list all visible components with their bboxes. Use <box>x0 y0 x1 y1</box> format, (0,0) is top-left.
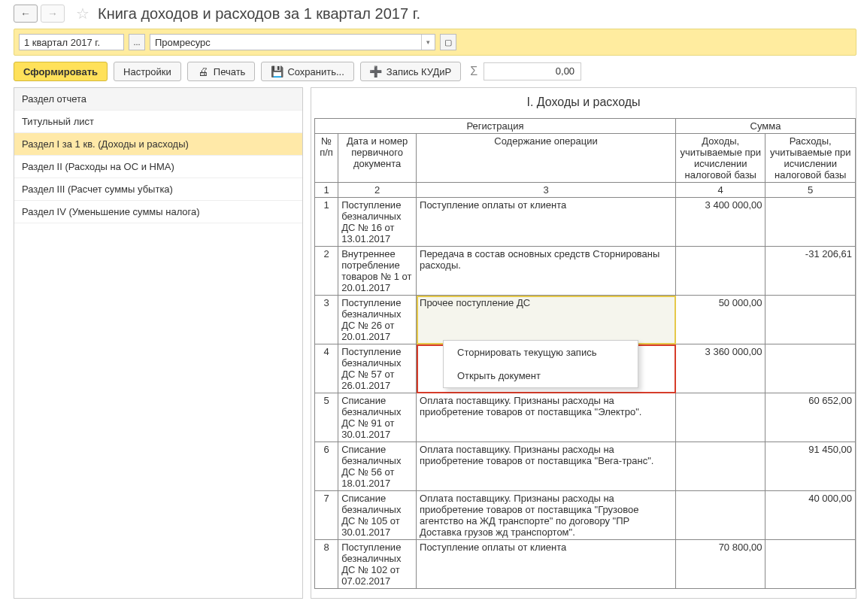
table-row[interactable]: 7Списание безналичных ДС № 105 от 30.01.… <box>315 491 856 540</box>
sum-value: 0,00 <box>556 65 574 77</box>
sidebar-item[interactable]: Титульный лист <box>14 111 302 133</box>
table-cell[interactable]: 8 <box>315 540 338 589</box>
arrow-left-icon: ← <box>20 8 31 20</box>
table-cell[interactable]: Списание безналичных ДС № 91 от 30.01.20… <box>338 393 417 442</box>
th-op: Содержание операции <box>417 134 676 183</box>
form-button[interactable]: Сформировать <box>14 62 108 81</box>
table-cell[interactable] <box>765 296 856 344</box>
table-cell[interactable]: 3 <box>315 296 338 344</box>
sum-display: 0,00 <box>484 62 581 80</box>
floppy-icon: 💾 <box>271 65 283 77</box>
open-external-icon: ▢ <box>444 38 452 47</box>
settings-button[interactable]: Настройки <box>114 62 181 81</box>
filter-bar: 1 квартал 2017 г. ... Промресурс ▾ ▢ <box>14 29 856 56</box>
sidebar-item[interactable]: Раздел III (Расчет суммы убытка) <box>14 178 302 201</box>
th-registration: Регистрация <box>315 119 676 134</box>
table-cell[interactable]: 4 <box>315 344 338 393</box>
table-cell[interactable]: Поступление оплаты от клиента <box>417 540 676 589</box>
sidebar-item[interactable]: Раздел II (Расходы на ОС и НМА) <box>14 156 302 178</box>
table-cell[interactable]: 91 450,00 <box>765 442 856 491</box>
table-cell[interactable]: 3 360 000,00 <box>676 344 765 393</box>
table-cell[interactable]: Поступление безналичных ДС № 102 от 07.0… <box>338 540 417 589</box>
table-cell[interactable]: Поступление оплаты от клиента <box>417 198 676 247</box>
context-menu: Сторнировать текущую записьОткрыть докум… <box>443 340 638 388</box>
table-cell[interactable] <box>765 198 856 247</box>
table-row[interactable]: 8Поступление безналичных ДС № 102 от 07.… <box>315 540 856 589</box>
table-cell[interactable]: 3 400 000,00 <box>676 198 765 247</box>
save-button[interactable]: 💾Сохранить... <box>261 62 353 81</box>
organization-value: Промресурс <box>155 37 211 48</box>
period-input[interactable]: 1 квартал 2017 г. <box>19 34 124 50</box>
sidebar: Раздел отчета Титульный листРаздел I за … <box>14 87 303 599</box>
report-content: I. Доходы и расходы Регистрация Сумма № … <box>311 87 856 599</box>
table-cell[interactable]: Поступление безналичных ДС № 26 от 20.01… <box>338 296 417 344</box>
kudir-entry-button[interactable]: ➕Запись КУДиР <box>360 62 461 81</box>
table-cell[interactable]: -31 206,61 <box>765 247 856 296</box>
table-cell[interactable]: 1 <box>315 198 338 247</box>
table-cell[interactable]: Передача в состав основных средств Сторн… <box>417 247 676 296</box>
context-menu-item[interactable]: Открыть документ <box>444 364 638 387</box>
table-cell[interactable] <box>676 247 765 296</box>
table-cell[interactable]: 70 800,00 <box>676 540 765 589</box>
sidebar-header: Раздел отчета <box>14 88 302 111</box>
table-cell[interactable] <box>676 442 765 491</box>
table-cell[interactable]: Списание безналичных ДС № 105 от 30.01.2… <box>338 491 417 540</box>
table-cell[interactable]: Списание безналичных ДС № 56 от 18.01.20… <box>338 442 417 491</box>
printer-icon: 🖨 <box>197 65 209 77</box>
favorite-star-icon[interactable]: ☆ <box>74 5 92 23</box>
table-cell[interactable]: Оплата поставщику. Признаны расходы на п… <box>417 491 676 540</box>
table-cell[interactable]: 2 <box>315 247 338 296</box>
th-colnum-3: 3 <box>417 183 676 198</box>
table-cell[interactable]: Прочее поступление ДС <box>417 296 676 344</box>
table-cell[interactable]: Внутреннее потребление товаров № 1 от 20… <box>338 247 417 296</box>
table-cell[interactable] <box>676 491 765 540</box>
table-cell[interactable]: 7 <box>315 491 338 540</box>
page-title: Книга доходов и расходов за 1 квартал 20… <box>98 5 420 23</box>
table-cell[interactable]: 6 <box>315 442 338 491</box>
table-cell[interactable]: Поступление безналичных ДС № 16 от 13.01… <box>338 198 417 247</box>
organization-select[interactable]: Промресурс ▾ <box>150 34 435 50</box>
table-row[interactable]: 2Внутреннее потребление товаров № 1 от 2… <box>315 247 856 296</box>
print-button[interactable]: 🖨Печать <box>187 62 256 81</box>
nav-forward-button[interactable]: → <box>41 5 65 23</box>
settings-button-label: Настройки <box>123 66 171 77</box>
table-cell[interactable] <box>765 344 856 393</box>
form-button-label: Сформировать <box>23 66 98 77</box>
table-row[interactable]: 5Списание безналичных ДС № 91 от 30.01.2… <box>315 393 856 442</box>
save-button-label: Сохранить... <box>287 66 344 77</box>
sidebar-item[interactable]: Раздел I за 1 кв. (Доходы и расходы) <box>14 133 302 156</box>
nav-back-button[interactable]: ← <box>14 5 38 23</box>
table-cell[interactable]: Оплата поставщику. Признаны расходы на п… <box>417 442 676 491</box>
context-menu-item[interactable]: Сторнировать текущую запись <box>444 341 638 364</box>
table-row[interactable]: 1Поступление безналичных ДС № 16 от 13.0… <box>315 198 856 247</box>
th-num: № п/п <box>315 134 338 183</box>
period-picker-button[interactable]: ... <box>129 34 145 50</box>
table-cell[interactable]: Оплата поставщику. Признаны расходы на п… <box>417 393 676 442</box>
print-button-label: Печать <box>214 66 246 77</box>
kudir-button-label: Запись КУДиР <box>387 66 451 77</box>
table-row[interactable]: 6Списание безналичных ДС № 56 от 18.01.2… <box>315 442 856 491</box>
table-row[interactable]: 3Поступление безналичных ДС № 26 от 20.0… <box>315 296 856 344</box>
table-cell[interactable] <box>676 393 765 442</box>
th-colnum-4: 4 <box>676 183 765 198</box>
th-exp: Расходы, учитываемые при исчислении нало… <box>765 134 856 183</box>
th-sum: Сумма <box>676 119 856 134</box>
th-colnum-2: 2 <box>338 183 417 198</box>
th-doc: Дата и номер первичного документа <box>338 134 417 183</box>
table-cell[interactable]: 50 000,00 <box>676 296 765 344</box>
table-cell[interactable]: 40 000,00 <box>765 491 856 540</box>
arrow-right-icon: → <box>47 8 58 20</box>
period-value: 1 квартал 2017 г. <box>24 37 100 48</box>
dropdown-icon[interactable]: ▾ <box>421 35 435 50</box>
report-section-title: I. Доходы и расходы <box>311 88 856 118</box>
table-cell[interactable]: 5 <box>315 393 338 442</box>
plus-circle-icon: ➕ <box>370 65 382 77</box>
toolbar: Сформировать Настройки 🖨Печать 💾Сохранит… <box>0 62 864 87</box>
th-colnum-5: 5 <box>765 183 856 198</box>
sidebar-item[interactable]: Раздел IV (Уменьшение суммы налога) <box>14 201 302 223</box>
organization-open-button[interactable]: ▢ <box>440 34 456 50</box>
table-cell[interactable] <box>765 540 856 589</box>
table-cell[interactable]: Поступление безналичных ДС № 57 от 26.01… <box>338 344 417 393</box>
table-cell[interactable]: 60 652,00 <box>765 393 856 442</box>
th-colnum-1: 1 <box>315 183 338 198</box>
